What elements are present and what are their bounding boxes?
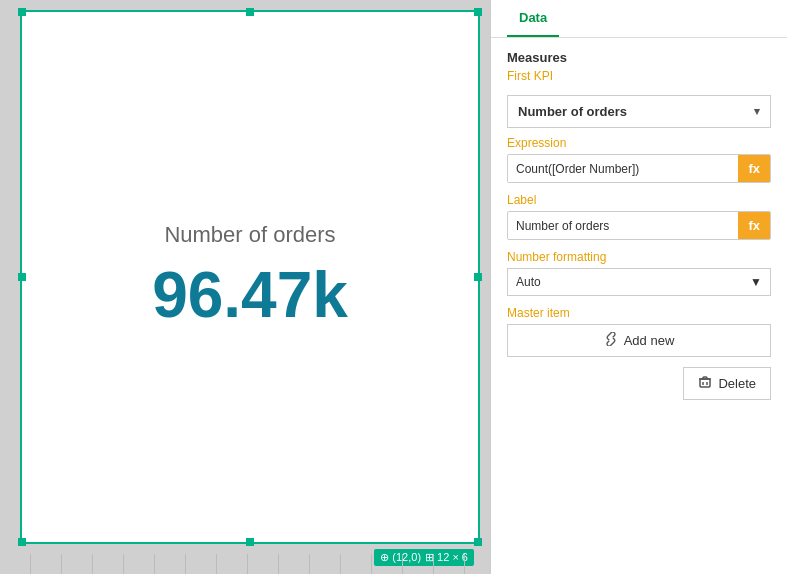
tab-data[interactable]: Data xyxy=(507,0,559,37)
master-item-group: Master item Add new xyxy=(507,306,771,357)
kpi-value: 96.47k xyxy=(152,258,348,332)
delete-row: Delete xyxy=(507,367,771,400)
dropdown-arrow-icon: ▼ xyxy=(750,275,762,289)
handle-top-left[interactable] xyxy=(18,8,26,16)
canvas-area: Number of orders 96.47k ⊕ (12,0) ⊞ 12 × … xyxy=(0,0,490,574)
expression-group: Expression fx xyxy=(507,136,771,183)
label-group: Label fx xyxy=(507,193,771,240)
panel-tabs: Data xyxy=(491,0,787,38)
label-field-label: Label xyxy=(507,193,771,207)
number-format-group: Number formatting Auto ▼ xyxy=(507,250,771,296)
number-format-value: Auto xyxy=(516,275,541,289)
expression-fx-button[interactable]: fx xyxy=(738,155,770,182)
accordion-title: Number of orders xyxy=(518,104,627,119)
add-new-button[interactable]: Add new xyxy=(507,324,771,357)
panel-content: Measures First KPI Number of orders ▾ Ex… xyxy=(491,38,787,412)
kpi-widget[interactable]: Number of orders 96.47k xyxy=(20,10,480,544)
label-input[interactable] xyxy=(508,213,738,239)
svg-rect-0 xyxy=(700,379,710,387)
number-format-label: Number formatting xyxy=(507,250,771,264)
right-panel: Data Measures First KPI Number of orders… xyxy=(490,0,787,574)
master-item-label: Master item xyxy=(507,306,771,320)
delete-label: Delete xyxy=(718,376,756,391)
expression-input[interactable] xyxy=(508,156,738,182)
accordion-header[interactable]: Number of orders ▾ xyxy=(507,95,771,128)
measures-title: Measures xyxy=(507,50,771,65)
first-kpi-label: First KPI xyxy=(507,69,771,83)
chevron-down-icon: ▾ xyxy=(754,105,760,118)
handle-bottom-center[interactable] xyxy=(246,538,254,546)
link-icon xyxy=(604,332,618,349)
add-new-label: Add new xyxy=(624,333,675,348)
label-fx-button[interactable]: fx xyxy=(738,212,770,239)
handle-top-right[interactable] xyxy=(474,8,482,16)
expression-field-row: fx xyxy=(507,154,771,183)
handle-bottom-left[interactable] xyxy=(18,538,26,546)
number-format-select[interactable]: Auto ▼ xyxy=(507,268,771,296)
delete-button[interactable]: Delete xyxy=(683,367,771,400)
handle-bottom-right[interactable] xyxy=(474,538,482,546)
handle-mid-right[interactable] xyxy=(474,273,482,281)
handle-top-center[interactable] xyxy=(246,8,254,16)
expression-label: Expression xyxy=(507,136,771,150)
trash-icon xyxy=(698,375,712,392)
kpi-label: Number of orders xyxy=(164,222,335,248)
label-field-row: fx xyxy=(507,211,771,240)
canvas-grid xyxy=(0,554,490,574)
handle-mid-left[interactable] xyxy=(18,273,26,281)
